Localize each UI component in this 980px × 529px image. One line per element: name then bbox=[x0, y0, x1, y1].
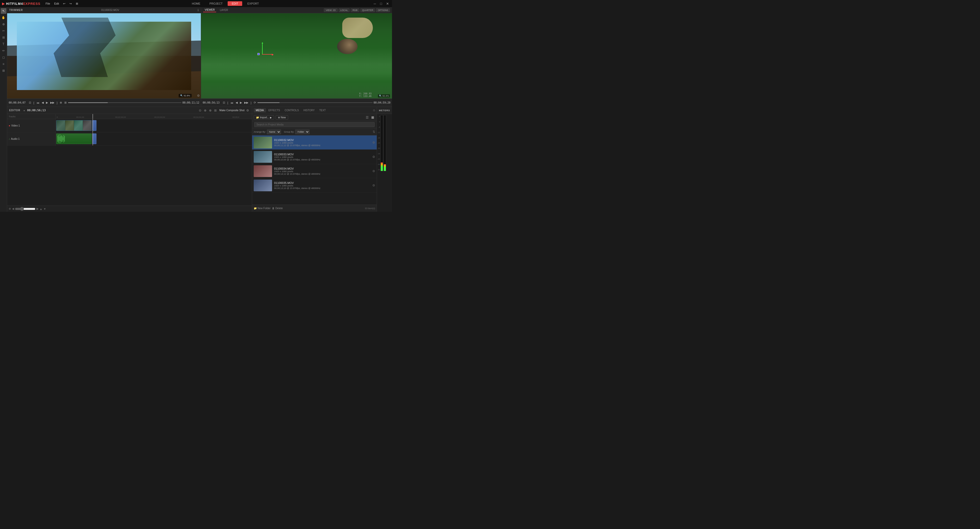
audio-blue-clip[interactable] bbox=[92, 133, 97, 144]
viewer-skip-back[interactable]: ⏮ bbox=[230, 101, 234, 105]
nav-project[interactable]: PROJECT bbox=[205, 1, 227, 6]
shape-tool[interactable]: ◻ bbox=[1, 55, 6, 60]
viewer-mark-out[interactable]: ] bbox=[250, 101, 252, 105]
search-input[interactable] bbox=[254, 122, 375, 127]
media-gear-4[interactable]: ⚙ bbox=[372, 184, 375, 187]
view-2d-option[interactable]: VIEW: 2D bbox=[324, 8, 337, 12]
audio-track-icon[interactable]: ♪ bbox=[9, 137, 10, 140]
composite-btn[interactable]: ⊞ bbox=[213, 108, 218, 113]
new-folder-button[interactable]: 📁 New Folder bbox=[254, 207, 270, 210]
gizmo-origin[interactable] bbox=[258, 53, 259, 55]
toolbar-redo[interactable]: ↪ bbox=[69, 2, 72, 5]
frame-back-btn[interactable]: ⊡ bbox=[28, 100, 32, 105]
audio-clip[interactable] bbox=[56, 133, 92, 144]
blue-clip[interactable] bbox=[92, 120, 97, 131]
audio-track-content[interactable] bbox=[56, 132, 252, 145]
sync-btn[interactable]: ⊙ bbox=[198, 108, 202, 113]
viewer-loop[interactable]: ⟳ bbox=[253, 100, 257, 105]
tab-layer[interactable]: LAYER bbox=[218, 8, 229, 12]
mark-in-btn[interactable]: [ bbox=[33, 101, 35, 105]
select-tool[interactable]: ↖ bbox=[1, 8, 6, 14]
table-row: ♪ Audio 1 bbox=[7, 132, 252, 146]
tab-viewer[interactable]: VIEWER bbox=[203, 8, 216, 12]
new-button[interactable]: ⊕ New bbox=[275, 115, 288, 120]
overwrite-btn[interactable]: ⊞ bbox=[64, 100, 67, 105]
gizmo-y-axis[interactable]: ▲ bbox=[262, 44, 262, 54]
text-tool[interactable]: T bbox=[1, 41, 6, 47]
play-btn[interactable]: ▶ bbox=[45, 100, 49, 105]
video-track-content[interactable] bbox=[56, 119, 252, 132]
snap-btn[interactable]: ⊕ bbox=[208, 108, 212, 113]
skip-back-btn[interactable]: ⏮ bbox=[36, 101, 40, 105]
tab-effects[interactable]: EFFECTS bbox=[266, 108, 282, 113]
tab-history[interactable]: HISTORY bbox=[301, 108, 317, 113]
mark-out-btn[interactable]: ] bbox=[56, 101, 58, 105]
zoom-slider-right[interactable]: ▶ bbox=[37, 207, 38, 210]
gizmo-x-axis[interactable]: ▶ bbox=[262, 54, 272, 55]
trimmer-info-icon[interactable]: ℹ bbox=[197, 8, 199, 12]
menu-edit[interactable]: Edit bbox=[54, 2, 59, 5]
track-eye-icon[interactable]: ● bbox=[9, 124, 10, 127]
list-item[interactable]: 01100032.MOV 1920 x 1080 pixels 00;00;11… bbox=[252, 135, 377, 150]
timeline-settings[interactable]: ▲ bbox=[40, 207, 42, 210]
media-gear-3[interactable]: ⚙ bbox=[372, 169, 375, 173]
hand-tool[interactable]: ✋ bbox=[1, 15, 6, 21]
list-item[interactable]: 01100033.MOV 1920 x 1080 pixels 00;00;10… bbox=[252, 150, 377, 164]
insert-btn[interactable]: ⊕ bbox=[59, 100, 63, 105]
zoom-slider-left[interactable]: ◀ bbox=[12, 207, 14, 210]
tab-text[interactable]: TEXT bbox=[317, 108, 328, 113]
sort-order-icon[interactable]: ⇅ bbox=[372, 130, 375, 133]
rgb-option[interactable]: RGB bbox=[351, 8, 360, 12]
viewer-step-back[interactable]: ◀ bbox=[235, 100, 239, 105]
media-panel-icon[interactable]: ⊙ bbox=[373, 109, 375, 112]
media-gear-2[interactable]: ⚙ bbox=[372, 155, 375, 159]
viewer-step-fwd[interactable]: ▶▶ bbox=[243, 100, 249, 105]
trimmer-zoom-indicator: 🔍 92.8% bbox=[179, 94, 192, 97]
add-track-btn[interactable]: ⊕ bbox=[9, 207, 11, 210]
quarter-option[interactable]: QUARTER bbox=[360, 8, 375, 12]
import-button[interactable]: 📁 Import... ▶ bbox=[254, 115, 274, 120]
video-clip-1[interactable] bbox=[56, 120, 92, 131]
viewer-scrubber[interactable] bbox=[258, 102, 372, 103]
menu-file[interactable]: File bbox=[46, 2, 50, 5]
timeline-ruler[interactable]: 0 00;01;00 00;02;00;02 00;03;00;03 00;04… bbox=[56, 114, 252, 119]
editor-info[interactable]: ⚙ bbox=[245, 108, 250, 113]
list-item[interactable]: 01100034.MOV 1920 x 1080 pixels 00;00;14… bbox=[252, 164, 377, 178]
video-track-name: Video 1 bbox=[11, 124, 20, 127]
step-back-btn[interactable]: ◀ bbox=[41, 100, 45, 105]
maximize-button[interactable]: □ bbox=[379, 2, 383, 6]
layer-tool[interactable]: ≡ bbox=[1, 61, 6, 67]
options-btn[interactable]: OPTIONS bbox=[376, 8, 390, 12]
minimize-button[interactable]: ─ bbox=[372, 2, 377, 6]
timeline-zoom-slider[interactable] bbox=[15, 207, 35, 211]
list-item[interactable]: 01100035.MOV 1920 x 1080 pixels 00;00;13… bbox=[252, 178, 377, 192]
toolbar-undo[interactable]: ↩ bbox=[63, 2, 65, 5]
toolbar-grid[interactable]: ⊞ bbox=[76, 2, 78, 5]
tab-controls[interactable]: CONTROLS bbox=[283, 108, 301, 113]
nav-edit[interactable]: EDIT bbox=[228, 1, 242, 6]
grid-view-btn[interactable]: ⊞ bbox=[370, 115, 375, 120]
trimmer-scrubber[interactable] bbox=[68, 102, 181, 103]
viewer-play[interactable]: ▶ bbox=[239, 100, 243, 105]
sort-by-select[interactable]: Name bbox=[267, 130, 281, 134]
step-fwd-btn[interactable]: ▶▶ bbox=[49, 100, 55, 105]
close-button[interactable]: ✕ bbox=[385, 2, 390, 6]
trimmer-settings-icon[interactable]: ⚙ bbox=[197, 94, 200, 97]
link-btn[interactable]: ⊗ bbox=[203, 108, 207, 113]
nav-export[interactable]: EXPORT bbox=[243, 1, 263, 6]
viewer-frame-back[interactable]: ⊡ bbox=[222, 100, 226, 105]
zoom-tool[interactable]: ⊕ bbox=[1, 21, 6, 27]
group-by-select[interactable]: Folder bbox=[295, 130, 310, 134]
list-view-btn[interactable]: ☰ bbox=[365, 115, 370, 120]
timeline-expand[interactable]: ▼ bbox=[43, 207, 46, 210]
track-tool[interactable]: ⊞ bbox=[1, 68, 6, 73]
tab-media[interactable]: MEDIA bbox=[254, 108, 266, 113]
nav-home[interactable]: HOME bbox=[188, 1, 204, 6]
pen-tool[interactable]: ✏ bbox=[1, 48, 6, 54]
crop-tool[interactable]: ⊞ bbox=[1, 35, 6, 40]
viewer-mark-in[interactable]: [ bbox=[227, 101, 229, 105]
slice-tool[interactable]: ✂ bbox=[1, 28, 6, 34]
local-option[interactable]: LOCAL bbox=[339, 8, 350, 12]
delete-button[interactable]: 🗑 Delete bbox=[272, 207, 283, 210]
media-gear-1[interactable]: ⚙ bbox=[372, 141, 375, 145]
